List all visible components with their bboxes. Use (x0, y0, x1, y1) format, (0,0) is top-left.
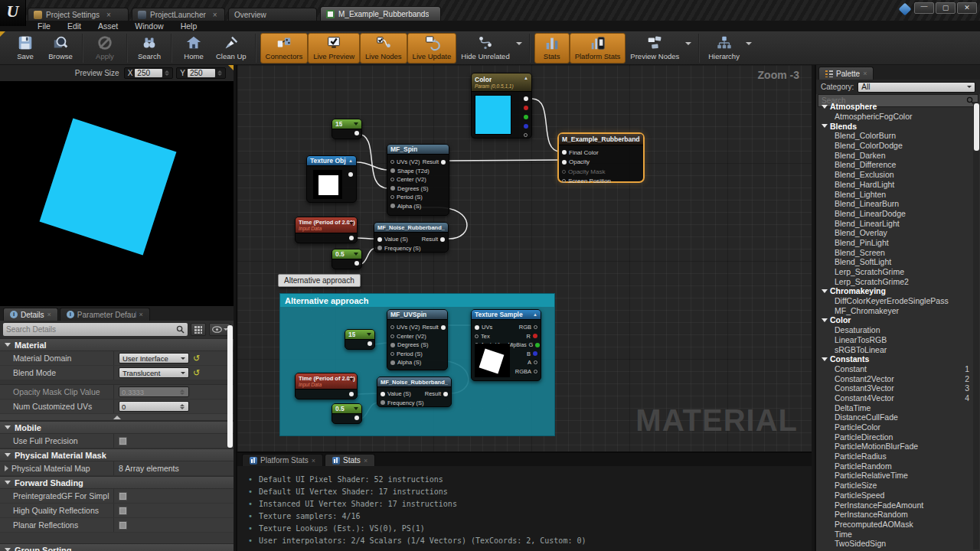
palette-item[interactable]: Blend_ColorDodge (816, 141, 972, 151)
pin-input[interactable] (475, 325, 479, 330)
node-color-parameter[interactable]: Color Param (0,0.5,1,1) ▲ (471, 73, 532, 139)
minimize-button[interactable]: — (914, 2, 934, 14)
palette-item[interactable]: LinearTosRGB (816, 335, 972, 345)
palette-item[interactable]: Blend_LinearDodge (816, 209, 972, 219)
palette-item[interactable]: Blends (816, 121, 972, 131)
palette-scrollbar-thumb[interactable] (974, 103, 979, 151)
pin-output[interactable] (368, 341, 372, 346)
palette-item[interactable]: Constants (816, 354, 972, 364)
palette-item[interactable]: Blend_Exclusion (816, 170, 972, 180)
pin-result-output[interactable] (440, 237, 445, 242)
palette-item[interactable]: DiffColorKeyerErodeSinglePass (816, 296, 972, 306)
node-constant-15[interactable]: 15 (332, 119, 362, 139)
maximize-button[interactable]: ▢ (936, 2, 956, 14)
close-tab-icon[interactable]: × (213, 11, 217, 19)
menu-item[interactable]: Edit (59, 21, 90, 31)
clean-up-button[interactable]: Clean Up (211, 33, 251, 64)
platform-stats-button[interactable]: Platform Stats (570, 33, 626, 64)
connectors-button[interactable]: Connectors (260, 33, 309, 64)
pin-input[interactable] (390, 343, 395, 347)
pin-opacity-mask[interactable] (562, 170, 566, 174)
pin-rgb-output[interactable] (534, 325, 537, 329)
details-search-input[interactable] (6, 325, 176, 334)
spin-grabber-icon[interactable] (180, 404, 186, 409)
palette-item[interactable]: PrecomputedAOMask (816, 520, 972, 530)
pin-input[interactable] (475, 334, 479, 338)
window-tab-project-settings[interactable]: Project Settings × (28, 8, 129, 21)
close-tab-icon[interactable]: × (47, 311, 51, 318)
palette-item[interactable]: Lerp_ScratchGrime2 (816, 276, 972, 286)
pin-output[interactable] (348, 172, 353, 177)
section-group-sorting[interactable]: Group Sorting (0, 543, 234, 551)
palette-item[interactable]: ParticleColor (816, 422, 972, 432)
palette-item[interactable]: ParticleSpeed (816, 491, 972, 500)
pin-r-output[interactable] (533, 334, 537, 338)
preview-size-y-value[interactable]: 250 (188, 69, 215, 77)
reset-to-default-icon[interactable]: ↺ (193, 354, 200, 362)
window-tab-material-editor[interactable]: M_Example_Rubberbands (320, 6, 441, 21)
node-time-alt[interactable]: Time (Period of 2.00) Input Data (295, 373, 358, 399)
palette-item[interactable]: Blend_ColorBurn (816, 131, 972, 141)
pin-input[interactable] (390, 204, 395, 208)
preview-size-y[interactable]: Y 250 (176, 67, 226, 79)
preview-nodes-dropdown-caret[interactable] (685, 42, 691, 45)
use-full-precision-checkbox[interactable] (119, 437, 127, 445)
pin-a-output[interactable] (534, 360, 537, 364)
palette-item[interactable]: Constant4Vector 4 (816, 393, 972, 403)
home-button[interactable]: Home (176, 33, 211, 64)
palette-item[interactable]: Chromakeying (816, 286, 972, 296)
palette-item[interactable]: Blend_Overlay (816, 228, 972, 238)
planar-reflections-checkbox[interactable] (119, 521, 127, 530)
palette-item[interactable]: ParticleMotionBlurFade (816, 442, 972, 452)
live-nodes-button[interactable]: Live Nodes (360, 33, 407, 64)
high-quality-reflections-checkbox[interactable] (119, 507, 127, 515)
stats-button[interactable]: Stats (534, 33, 570, 64)
close-button[interactable]: ✕ (957, 2, 977, 14)
section-material[interactable]: Material (0, 338, 234, 351)
pin-input[interactable] (390, 195, 394, 199)
window-tab-overview[interactable]: Overview (228, 8, 317, 21)
preview-nodes-button[interactable]: Preview Nodes (626, 33, 684, 64)
palette-item[interactable]: AtmosphericFogColor (816, 112, 972, 122)
close-tab-icon[interactable]: × (364, 457, 368, 465)
palette-item[interactable]: ParticleDirection (816, 432, 972, 442)
node-constant-05-alt[interactable]: 0.5 (332, 403, 362, 424)
menu-item[interactable]: Window (126, 21, 172, 31)
pin-input[interactable] (381, 392, 385, 396)
details-scrollbar[interactable] (227, 325, 233, 448)
details-search-box[interactable] (3, 323, 188, 336)
pin-opacity[interactable] (562, 160, 567, 165)
hide-unrelated-dropdown-caret[interactable] (516, 42, 522, 45)
gem-icon[interactable] (899, 3, 912, 16)
collapse-node-icon[interactable]: ▲ (533, 312, 537, 317)
pin-input[interactable] (381, 400, 385, 405)
pin-output[interactable] (349, 392, 354, 396)
palette-item[interactable]: Blend_PinLight (816, 238, 972, 248)
search-button[interactable]: Search (132, 33, 167, 64)
palette-item[interactable]: Blend_HardLight (816, 180, 972, 190)
palette-item[interactable]: Blend_Screen (816, 247, 972, 257)
palette-item[interactable]: Blend_Lighten (816, 189, 972, 199)
preintegratedgf-checkbox[interactable] (119, 492, 127, 500)
node-texture-sample[interactable]: Texture Sample▲ UVs RGB Tex R Apply View… (471, 309, 541, 381)
palette-item[interactable]: ParticleRandom (816, 461, 972, 471)
pin-result-output[interactable] (441, 160, 446, 165)
pin-input[interactable] (390, 186, 395, 191)
palette-scrollbar-track[interactable] (973, 102, 979, 549)
node-material-output[interactable]: M_Example_RubberbandShake Final Color Op… (557, 132, 645, 183)
palette-item[interactable]: TwoSidedSign (816, 539, 972, 549)
material-graph-canvas[interactable]: Zoom -3 MATERIAL Alternative approach Al… (236, 65, 812, 452)
node-time[interactable]: Time (Period of 2.00) Input Data (295, 217, 358, 243)
save-button[interactable]: Save (8, 33, 43, 64)
num-customized-uvs-field[interactable]: 0 (119, 401, 189, 412)
palette-item[interactable]: Constant3Vector 3 (816, 383, 972, 393)
collapse-node-icon[interactable]: ▲ (524, 76, 528, 80)
pin-rgb-output[interactable] (524, 96, 528, 101)
tab-stats[interactable]: Stats × (325, 454, 375, 466)
category-select[interactable]: All (858, 82, 975, 93)
node-mf-noise-rubberband-sine[interactable]: MF_Noise_Rubberband_Sine Value (S) Resul… (374, 222, 449, 253)
browse-button[interactable]: Browse (43, 33, 78, 64)
collapse-node-icon[interactable]: ▲ (348, 158, 353, 163)
palette-item[interactable]: Blend_Darken (816, 150, 972, 160)
menu-item[interactable]: File (29, 21, 59, 31)
